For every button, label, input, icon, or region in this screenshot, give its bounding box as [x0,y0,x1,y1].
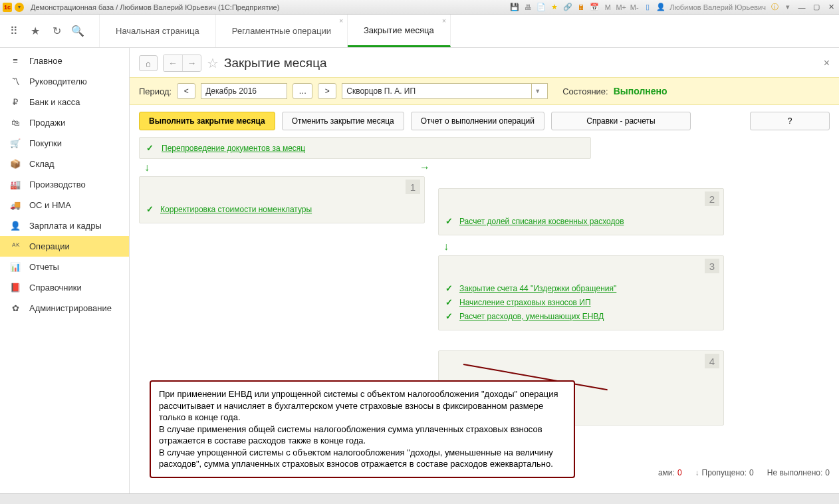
op-link-reprocess[interactable]: Перепроведение документов за месяц [162,144,305,153]
help-button[interactable]: ? [750,112,830,130]
status-notdone-label: Не выполнено: [767,468,823,477]
state-label: Состояние: [562,86,608,96]
chart-icon: 〽 [9,76,21,86]
callout-text: При применении ЕНВД или упрощенной систе… [159,388,566,470]
period-next-button[interactable]: > [318,83,336,99]
sidebar-item-hr[interactable]: 👤Зарплата и кадры [0,215,129,236]
action-bar: Выполнить закрытие месяца Отменить закры… [130,105,839,137]
status-skipped-label: Пропущено: [702,468,747,477]
cancel-close-button[interactable]: Отменить закрытие месяца [282,112,404,130]
arrow-down-icon: ↓ [438,238,724,255]
tab-label: Начальная страница [116,26,199,36]
tab-reg-ops[interactable]: Регламентные операции× [216,15,348,47]
check-icon: ✓ [445,216,453,226]
back-button[interactable]: ← [164,55,182,71]
tab-home[interactable]: Начальная страница [100,15,216,47]
status-skipped-value: 0 [749,468,754,477]
money-icon: ₽ [9,97,21,107]
favorites-icon[interactable]: ★ [29,25,41,37]
check-icon: ✓ [146,143,154,153]
sidebar-item-reports[interactable]: 📊Отчеты [0,257,129,277]
star-icon[interactable]: ★ [550,3,559,12]
status-errors-value: 0 [677,468,682,477]
factory-icon: 🏭 [9,180,21,189]
period-prev-button[interactable]: < [177,83,195,99]
op-link[interactable]: Корректировка стоимости номенклатуры [160,205,312,214]
sidebar-item-label: Склад [29,159,55,169]
main-panel: ⌂ ← → ☆ Закрытие месяца × Период: < Дека… [130,48,839,493]
forward-button[interactable]: → [182,55,201,71]
page-title: Закрытие месяца [224,56,327,70]
organization-select[interactable]: Скворцов П. А. ИП ▼ [342,83,548,99]
stage-number: 3 [705,259,719,273]
run-close-button[interactable]: Выполнить закрытие месяца [139,112,275,130]
sidebar-item-label: Справочники [29,283,82,293]
sidebar-item-sales[interactable]: 🛍Продажи [0,112,129,133]
calendar-icon[interactable]: 📅 [590,3,599,12]
close-icon[interactable]: × [442,17,446,25]
chevron-down-icon[interactable]: ▼ [531,84,543,98]
sidebar-item-label: Зарплата и кадры [29,221,102,231]
close-page-button[interactable]: × [824,57,830,69]
stage-3: 3 ✓Закрытие счета 44 "Издержки обращения… [438,255,724,330]
history-icon[interactable]: ↻ [51,25,62,37]
sidebar-item-warehouse[interactable]: 📦Склад [0,154,129,174]
arrow-right-icon: → [420,162,430,174]
op-link[interactable]: Расчет расходов, уменьшающих ЕНВД [459,312,604,321]
book-icon: 📕 [9,283,21,293]
window-title: Демонстрационная база / Любимов Валерий … [31,3,279,11]
dropdown-icon[interactable]: ▾ [15,3,24,12]
sidebar-item-admin[interactable]: ✿Администрирование [0,298,129,318]
arrow-down-icon: ↓ [139,159,830,176]
close-window-button[interactable]: ✕ [826,3,836,12]
m-plus-button[interactable]: M+ [616,3,626,12]
sidebar-item-label: Руководителю [29,76,87,86]
print-icon[interactable]: 🖶 [523,3,533,12]
sidebar-item-production[interactable]: 🏭Производство [0,174,129,195]
search-icon[interactable]: 🔍 [72,25,84,37]
op-link[interactable]: Закрытие счета 44 "Издержки обращения" [459,284,616,293]
sidebar-item-assets[interactable]: 🚚ОС и НМА [0,195,129,215]
link-icon[interactable]: 🔗 [563,3,572,12]
sidebar-item-purchases[interactable]: 🛒Покупки [0,133,129,154]
tab-close-month[interactable]: Закрытие месяца× [348,15,451,47]
period-picker-button[interactable]: … [293,83,312,99]
minimize-button[interactable]: — [796,3,807,12]
m-button[interactable]: M [603,3,612,12]
sidebar-item-main[interactable]: ≡Главное [0,51,129,71]
m-minus-button[interactable]: M- [630,3,639,12]
ops-report-button[interactable]: Отчет о выполнении операций [411,112,544,130]
sidebar-item-label: Продажи [29,118,65,128]
save-icon[interactable]: 💾 [510,3,519,12]
op-link[interactable]: Расчет долей списания косвенных расходов [459,217,624,226]
organization-value: Скворцов П. А. ИП [346,86,416,96]
sidebar-item-references[interactable]: 📕Справочники [0,277,129,298]
refs-button[interactable]: Справки - расчеты [551,112,691,130]
horizontal-scrollbar[interactable] [0,493,839,504]
close-icon[interactable]: × [339,17,343,25]
panel-icon[interactable]: ▯ [643,3,652,12]
sidebar-item-bank[interactable]: ₽Банк и касса [0,92,129,112]
maximize-button[interactable]: ▢ [811,3,822,12]
callout-tooltip: При применении ЕНВД или упрощенной систе… [150,380,575,478]
sidebar-item-label: Операции [29,241,70,251]
op-link-insurance[interactable]: Начисление страховых взносов ИП [459,298,591,307]
sidebar-item-operations[interactable]: ᴬᴷОперации [0,236,129,257]
favorite-button[interactable]: ☆ [207,55,219,71]
info-icon[interactable]: ⓘ [770,3,779,12]
tab-label: Закрытие месяца [364,25,434,35]
period-input[interactable]: Декабрь 2016 [201,83,287,99]
person-icon: 👤 [9,221,21,231]
stage-1: 1 ✓Корректировка стоимости номенклатуры [139,176,425,223]
doc-icon[interactable]: 📄 [537,3,546,12]
home-button[interactable]: ⌂ [139,55,158,71]
apps-icon[interactable]: ⠿ [8,25,20,37]
calc-icon[interactable]: 🖩 [576,3,586,12]
home-icon: ≡ [9,56,21,66]
sidebar-item-manager[interactable]: 〽Руководителю [0,71,129,92]
sidebar-item-label: Производство [29,180,86,189]
sidebar-item-label: Покупки [29,138,62,148]
stage-number: 1 [406,180,420,194]
info-dd-icon[interactable]: ▾ [783,3,792,12]
sidebar: ≡Главное 〽Руководителю ₽Банк и касса 🛍Пр… [0,48,130,493]
